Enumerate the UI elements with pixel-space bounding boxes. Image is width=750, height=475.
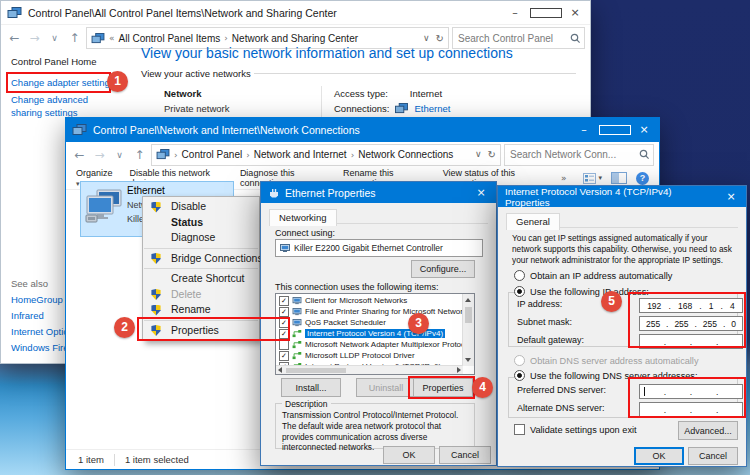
connections-label: Connections: xyxy=(334,103,389,114)
menu-item-status[interactable]: Status xyxy=(143,215,259,231)
list-item[interactable]: ✓Microsoft LLDP Protocol Driver xyxy=(276,350,462,361)
menu-item-create-shortcut[interactable]: Create Shortcut xyxy=(143,271,259,287)
radio-obtain-ip[interactable]: Obtain an IP address automatically xyxy=(514,270,672,281)
menu-item-disable[interactable]: Disable xyxy=(143,199,259,215)
breadcrumb-item[interactable]: All Control Panel Items xyxy=(119,33,221,44)
window-title: Control Panel\Network and Internet\Netwo… xyxy=(93,124,360,136)
sidebar-link-homegroup[interactable]: HomeGroup xyxy=(11,294,63,305)
back-button[interactable]: ← xyxy=(71,148,88,162)
checkbox[interactable]: ✓ xyxy=(279,307,289,317)
list-item-ipv4[interactable]: ✓Internet Protocol Version 4 (TCP/IPv4) xyxy=(276,328,462,339)
scrollbar-thumb[interactable] xyxy=(286,368,346,373)
recent-pages-dropdown[interactable]: ∨ xyxy=(46,33,63,43)
tab-networking[interactable]: Networking xyxy=(269,209,337,226)
configure-button[interactable]: Configure... xyxy=(411,260,475,278)
breadcrumb-item[interactable]: Network and Internet xyxy=(254,149,347,160)
up-button[interactable]: ↑ xyxy=(131,148,148,162)
menu-item-bridge-connections[interactable]: Bridge Connections xyxy=(143,251,259,267)
menu-item-delete[interactable]: Delete xyxy=(143,287,259,303)
search-input[interactable] xyxy=(456,32,570,45)
install-button[interactable]: Install... xyxy=(281,378,341,397)
scroll-up-icon[interactable] xyxy=(465,298,471,302)
breadcrumb-item[interactable]: Network and Sharing Center xyxy=(232,33,358,44)
uninstall-button[interactable]: Uninstall xyxy=(356,378,416,397)
network-name: Network xyxy=(164,88,201,99)
sidebar-link-change-advanced-sharing[interactable]: Change advanced sharing settings xyxy=(11,93,116,119)
maximize-button[interactable] xyxy=(530,1,560,24)
scrollbar-thumb[interactable] xyxy=(465,307,472,323)
list-item[interactable]: ✓Client for Microsoft Networks xyxy=(276,295,462,306)
connections-row: Connections: Ethernet xyxy=(334,103,450,114)
cancel-button[interactable]: Cancel xyxy=(688,447,738,465)
access-type-label: Access type: xyxy=(334,88,388,99)
annotation-badge-5: 5 xyxy=(601,291,622,312)
radio-obtain-dns[interactable]: Obtain DNS server address automatically xyxy=(514,355,699,366)
collapsed-crumbs-icon[interactable]: « xyxy=(109,33,115,43)
address-dropdown-icon[interactable]: ∨ xyxy=(475,149,482,160)
vertical-scrollbar[interactable] xyxy=(462,294,474,366)
client-icon xyxy=(292,297,302,305)
close-button[interactable]: × xyxy=(716,186,746,207)
forward-button[interactable]: → xyxy=(91,148,108,162)
close-button[interactable]: × xyxy=(560,1,590,24)
menu-separator xyxy=(144,248,258,249)
menu-item-diagnose[interactable]: Diagnose xyxy=(143,230,259,246)
window-titlebar[interactable]: Control Panel\All Control Panel Items\Ne… xyxy=(1,1,590,25)
uac-shield-icon xyxy=(151,289,161,300)
validate-settings-checkbox[interactable]: Validate settings upon exit xyxy=(514,424,637,435)
search-input[interactable] xyxy=(508,148,639,161)
help-icon[interactable]: ? xyxy=(636,172,649,185)
tab-general[interactable]: General xyxy=(506,213,560,230)
maximize-icon xyxy=(599,125,631,135)
cancel-button[interactable]: Cancel xyxy=(439,446,491,464)
ok-button[interactable]: OK xyxy=(383,446,435,464)
list-item[interactable]: ✓File and Printer Sharing for Microsoft … xyxy=(276,306,462,317)
ethernet-link[interactable]: Ethernet xyxy=(414,103,450,114)
dialog-titlebar[interactable]: Internet Protocol Version 4 (TCP/IPv4) P… xyxy=(498,186,746,207)
close-button[interactable]: × xyxy=(629,118,659,142)
up-button[interactable]: ↑ xyxy=(66,31,83,45)
minimize-button[interactable]: – xyxy=(500,1,530,24)
address-dropdown-icon[interactable]: ∨ xyxy=(423,33,430,44)
search-box[interactable] xyxy=(504,144,654,166)
scroll-down-icon[interactable] xyxy=(465,358,471,362)
scroll-left-icon[interactable] xyxy=(278,367,282,373)
view-mode-button[interactable]: ▾ xyxy=(583,173,602,184)
advanced-button[interactable]: Advanced... xyxy=(678,421,738,440)
active-networks-label: View your active networks xyxy=(141,68,251,79)
toolbar-overflow-icon[interactable]: » xyxy=(561,173,567,183)
close-button[interactable]: × xyxy=(466,182,496,203)
preview-pane-icon[interactable] xyxy=(611,172,627,184)
chevron-icon: › xyxy=(351,150,355,160)
dialog-titlebar[interactable]: Ethernet Properties × xyxy=(261,182,496,203)
address-bar: ← → ∨ ↑ › Control Panel › Network and In… xyxy=(66,142,659,167)
refresh-icon[interactable]: ↻ xyxy=(436,33,444,44)
horizontal-scrollbar[interactable] xyxy=(276,365,463,374)
list-item[interactable]: ✓QoS Packet Scheduler xyxy=(276,317,462,328)
connection-items-list[interactable]: ✓Client for Microsoft Networks ✓File and… xyxy=(275,293,475,375)
breadcrumb[interactable]: › Control Panel › Network and Internet ›… xyxy=(151,144,501,166)
scroll-right-icon[interactable] xyxy=(457,367,461,373)
annotation-box-step1 xyxy=(6,72,111,93)
breadcrumb-item[interactable]: Network Connections xyxy=(358,149,453,160)
annotation-badge-1: 1 xyxy=(107,71,128,92)
breadcrumb-item[interactable]: Control Panel xyxy=(182,149,243,160)
annotation-badge-4: 4 xyxy=(472,377,493,398)
back-button[interactable]: ← xyxy=(6,31,23,45)
menu-item-rename[interactable]: Rename xyxy=(143,302,259,318)
checkbox[interactable] xyxy=(279,340,289,350)
forward-button[interactable]: → xyxy=(26,31,43,45)
list-item[interactable]: Microsoft Network Adapter Multiplexor Pr… xyxy=(276,339,462,350)
recent-pages-dropdown[interactable]: ∨ xyxy=(111,150,128,160)
sidebar-item-control-panel-home[interactable]: Control Panel Home xyxy=(11,56,97,67)
minimize-button[interactable]: – xyxy=(569,118,599,142)
chevron-icon: › xyxy=(224,33,228,43)
sidebar-link-infrared[interactable]: Infrared xyxy=(11,310,44,321)
checkbox[interactable]: ✓ xyxy=(279,351,289,361)
window-controls: – × xyxy=(500,1,590,24)
ok-button[interactable]: OK xyxy=(634,447,684,465)
window-titlebar[interactable]: Control Panel\Network and Internet\Netwo… xyxy=(66,118,659,142)
maximize-button[interactable] xyxy=(599,118,629,142)
checkbox[interactable]: ✓ xyxy=(279,296,289,306)
refresh-icon[interactable]: ↻ xyxy=(488,149,496,160)
